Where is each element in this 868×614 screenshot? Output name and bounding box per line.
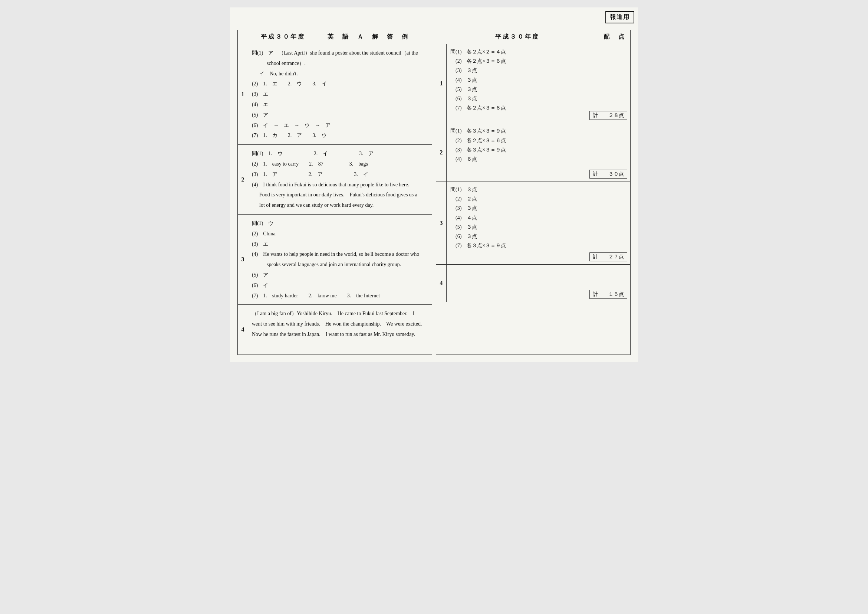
right-header-haitten: 配 点 — [599, 30, 630, 44]
score-section-2: 2 問(1) 各３点×３＝９点 (2) 各２点×３＝６点 (3) 各３点×３＝９… — [436, 123, 630, 182]
problem-row: (3) エ — [252, 90, 428, 99]
problem-number-4: 4 — [238, 305, 248, 354]
problem-row: (2) 1. エ 2. ウ 3. イ — [252, 79, 428, 89]
problem-number-1: 1 — [238, 44, 248, 145]
score-total-1: 計 ２８点 — [589, 111, 627, 120]
problem-row: (5) ア — [252, 270, 428, 280]
score-row: (5) ３点 — [450, 222, 626, 232]
problem-row: (2) 1. easy to carry 2. 87 3. bags — [252, 160, 428, 168]
problem-row: (6) イ — [252, 281, 428, 290]
problem-row: (4) エ — [252, 100, 428, 109]
problem-row: （I am a big fan of）Yoshihide Kiryu. He c… — [252, 309, 428, 318]
problem-number-3: 3 — [238, 215, 248, 305]
problem-row: (5) ア — [252, 110, 428, 120]
score-number-1: 1 — [436, 44, 446, 123]
problem-section-3: 3 問(1) ウ (2) China (3) エ (4) He wants to… — [238, 215, 432, 305]
score-content-4: 計 １５点 — [446, 265, 630, 302]
problem-row: went to see him with my friends. He won … — [252, 320, 428, 328]
score-row: 問(1) 各２点×２＝４点 — [450, 47, 626, 56]
score-row: (6) ３点 — [450, 232, 626, 241]
problem-row: (2) China — [252, 229, 428, 238]
problem-row: 問(1) ア （Last April）she found a poster ab… — [252, 49, 428, 58]
problem-section-1: 1 問(1) ア （Last April）she found a poster … — [238, 44, 432, 145]
problem-row: 問(1) ウ — [252, 219, 428, 228]
problem-row: (4) He wants to help people in need in t… — [252, 250, 428, 259]
problem-row: lot of energy and we can study or work h… — [252, 201, 428, 210]
score-number-3: 3 — [436, 182, 446, 264]
problem-section-4: 4 （I am a big fan of）Yoshihide Kiryu. He… — [238, 305, 432, 354]
problem-row: school entrance）. — [252, 59, 428, 68]
problem-row: 問(1) 1. ウ 2. イ 3. ア — [252, 149, 428, 158]
score-row: (4) ４点 — [450, 213, 626, 222]
problem-row: speaks several languages and join an int… — [252, 260, 428, 269]
right-column: 平成３０年度 配 点 1 問(1) 各２点×２＝４点 (2) 各２点×３＝６点 … — [436, 30, 631, 355]
right-header: 平成３０年度 配 点 — [436, 30, 630, 44]
score-row: (2) 各２点×３＝６点 — [450, 56, 626, 66]
score-total-4: 計 １５点 — [589, 290, 627, 299]
score-row: (6) ３点 — [450, 94, 626, 103]
score-content-3: 問(1) ３点 (2) ２点 (3) ３点 (4) ４点 (5) ３点 (6) … — [446, 182, 630, 264]
problem-row: (7) 1. カ 2. ア 3. ウ — [252, 131, 428, 140]
score-section-1: 1 問(1) 各２点×２＝４点 (2) 各２点×３＝６点 (3) ３点 (4) … — [436, 44, 630, 123]
left-header: 平成３０年度 英 語 Ａ 解 答 例 — [238, 30, 432, 44]
score-row: (5) ３点 — [450, 85, 626, 94]
score-row: (7) 各３点×３＝９点 — [450, 241, 626, 250]
problem-row: (7) 1. study harder 2. know me 3. the In… — [252, 291, 428, 300]
score-row: (2) ２点 — [450, 194, 626, 204]
problem-row: (4) I think food in Fukui is so deliciou… — [252, 180, 428, 189]
score-section-3: 3 問(1) ３点 (2) ２点 (3) ３点 (4) ４点 (5) ３点 (6… — [436, 182, 630, 265]
score-row: (4) ６点 — [450, 154, 626, 164]
problem-row: イ No, he didn't. — [252, 69, 428, 78]
right-header-title: 平成３０年度 — [436, 30, 599, 44]
score-row: (3) ３点 — [450, 204, 626, 213]
score-content-1: 問(1) 各２点×２＝４点 (2) 各２点×３＝６点 (3) ３点 (4) ３点… — [446, 44, 630, 123]
score-row: (4) ３点 — [450, 75, 626, 85]
score-number-4: 4 — [436, 265, 446, 302]
problem-row: Now he runs the fastest in Japan. I want… — [252, 330, 428, 339]
problem-row: (3) 1. ア 2. ア 3. イ — [252, 170, 428, 179]
score-row: (3) ３点 — [450, 66, 626, 75]
problem-content-1: 問(1) ア （Last April）she found a poster ab… — [248, 44, 432, 145]
score-row: (3) 各３点×３＝９点 — [450, 145, 626, 154]
problem-number-2: 2 — [238, 145, 248, 214]
score-content-2: 問(1) 各３点×３＝９点 (2) 各２点×３＝６点 (3) 各３点×３＝９点 … — [446, 123, 630, 182]
page: 報道用 平成３０年度 英 語 Ａ 解 答 例 1 問(1) ア （Last Ap… — [230, 8, 638, 362]
problem-content-4: （I am a big fan of）Yoshihide Kiryu. He c… — [248, 305, 432, 354]
problem-content-3: 問(1) ウ (2) China (3) エ (4) He wants to h… — [248, 215, 432, 305]
problem-row: (6) イ → エ → ウ → ア — [252, 121, 428, 130]
left-column: 平成３０年度 英 語 Ａ 解 答 例 1 問(1) ア （Last April）… — [237, 30, 432, 355]
problem-content-2: 問(1) 1. ウ 2. イ 3. ア (2) 1. easy to carry… — [248, 145, 432, 214]
score-row: 問(1) 各３点×３＝９点 — [450, 126, 626, 135]
score-number-2: 2 — [436, 123, 446, 182]
houdou-badge: 報道用 — [605, 11, 634, 23]
problem-row: Food is very important in our daily live… — [252, 190, 428, 199]
main-columns: 平成３０年度 英 語 Ａ 解 答 例 1 問(1) ア （Last April）… — [237, 30, 631, 355]
problem-row: (3) エ — [252, 240, 428, 249]
problem-section-2: 2 問(1) 1. ウ 2. イ 3. ア (2) 1. easy to car… — [238, 145, 432, 215]
score-section-4: 4 計 １５点 — [436, 265, 630, 302]
score-row: (2) 各２点×３＝６点 — [450, 136, 626, 145]
score-total-2: 計 ３０点 — [589, 169, 627, 179]
score-total-3: 計 ２７点 — [589, 252, 627, 261]
score-row: 問(1) ３点 — [450, 185, 626, 194]
